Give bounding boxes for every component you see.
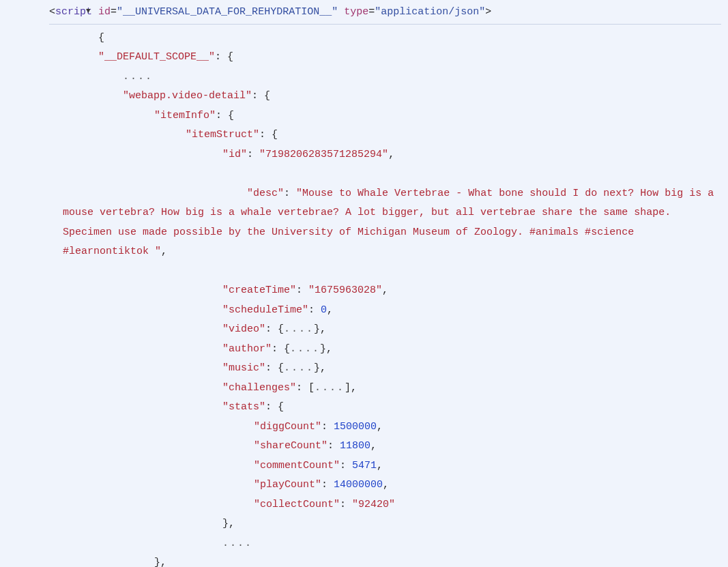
json-desc[interactable]: "desc": "Mouse to Whale Vertebrae - What… bbox=[49, 164, 721, 281]
attr-type-value: "application/json" bbox=[375, 6, 485, 18]
json-itemstruct-close[interactable]: }, bbox=[49, 553, 721, 567]
json-sharecount[interactable]: "shareCount": 11800, bbox=[49, 437, 721, 456]
json-stats-close[interactable]: }, bbox=[49, 514, 721, 534]
json-video-detail[interactable]: "webapp.video-detail": { bbox=[49, 87, 721, 106]
json-diggcount[interactable]: "diggCount": 1500000, bbox=[49, 418, 721, 437]
json-stats[interactable]: "stats": { bbox=[49, 398, 721, 418]
json-challenges[interactable]: "challenges": [....], bbox=[49, 379, 721, 398]
json-ellipsis[interactable]: .... bbox=[49, 68, 721, 87]
attr-id-name: id bbox=[98, 6, 111, 18]
attr-id-value: "__UNIVERSAL_DATA_FOR_REHYDRATION__" bbox=[117, 6, 338, 18]
json-playcount[interactable]: "playCount": 14000000, bbox=[49, 476, 721, 495]
separator-line bbox=[49, 24, 721, 25]
json-commentcount[interactable]: "commentCount": 5471, bbox=[49, 456, 721, 476]
json-id[interactable]: "id": "7198206283571285294", bbox=[49, 145, 721, 165]
devtools-source-view: ▼ <script id="__UNIVERSAL_DATA_FOR_REHYD… bbox=[0, 3, 728, 567]
json-video[interactable]: "video": {....}, bbox=[49, 320, 721, 340]
json-author[interactable]: "author": {....}, bbox=[49, 340, 721, 360]
expand-toggle-icon[interactable]: ▼ bbox=[86, 4, 91, 18]
angle-bracket-open: < bbox=[49, 6, 55, 18]
json-createtime[interactable]: "createTime": "1675963028", bbox=[49, 281, 721, 301]
json-itemstruct[interactable]: "itemStruct": { bbox=[49, 126, 721, 145]
json-scheduletime[interactable]: "scheduleTime": 0, bbox=[49, 301, 721, 321]
json-open-brace[interactable]: { bbox=[49, 29, 721, 48]
json-music[interactable]: "music": {....}, bbox=[49, 359, 721, 379]
script-open-line[interactable]: ▼ <script id="__UNIVERSAL_DATA_FOR_REHYD… bbox=[49, 3, 721, 23]
json-collectcount[interactable]: "collectCount": "92420" bbox=[49, 495, 721, 515]
attr-type-name: type bbox=[344, 6, 368, 18]
json-iteminfo[interactable]: "itemInfo": { bbox=[49, 106, 721, 126]
json-default-scope[interactable]: "__DEFAULT_SCOPE__": { bbox=[49, 48, 721, 68]
json-ellipsis-end[interactable]: .... bbox=[49, 534, 721, 554]
